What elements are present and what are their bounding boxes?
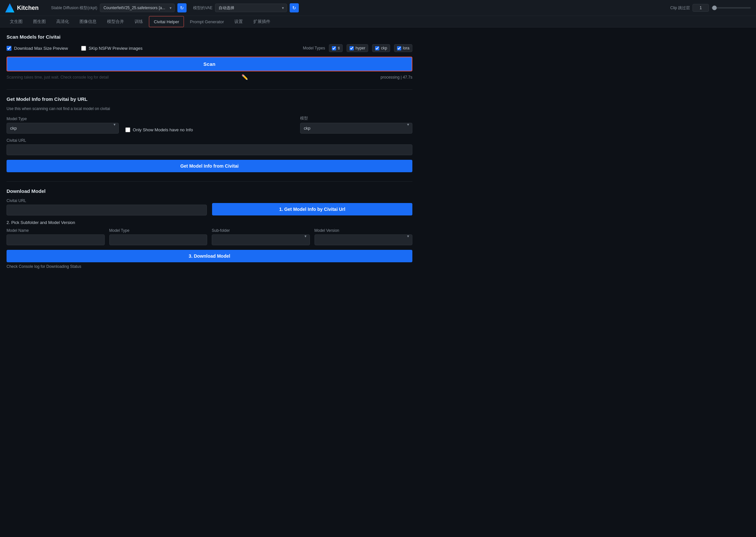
tab-模型合并[interactable]: 模型合并 <box>102 16 129 27</box>
vae-label: 模型的VAE <box>193 5 212 11</box>
skip-nsfw-label[interactable]: SKip NSFW Preview images <box>89 46 143 51</box>
stable-diffusion-refresh-button[interactable]: ↻ <box>177 3 187 13</box>
divider-1 <box>7 89 412 90</box>
get-model-info-button[interactable]: Get Model Info from Civitai <box>7 160 412 172</box>
model-version-select[interactable] <box>315 234 413 245</box>
scan-options: Download Max Size Preview SKip NSFW Prev… <box>7 44 412 52</box>
subfolder-select[interactable] <box>212 234 310 245</box>
download-model-section: Download Model Civitai URL 1. Get Model … <box>7 188 412 269</box>
tab-高清化[interactable]: 高清化 <box>52 16 74 27</box>
tab-扩展插件[interactable]: 扩展插件 <box>249 16 275 27</box>
download-max-group: Download Max Size Preview <box>7 46 68 51</box>
download-url-input[interactable] <box>7 205 207 216</box>
scan-edit-icon: ✏️ <box>242 74 248 80</box>
clip-slider[interactable] <box>711 7 751 9</box>
scan-models-section: Scan Models for Civitai Download Max Siz… <box>7 34 412 80</box>
model-label: 模型 <box>300 116 412 121</box>
only-show-group: Only Show Models have no Info <box>125 127 293 134</box>
subfolder-select-wrapper: ▼ <box>212 234 310 245</box>
type-lora: lora <box>394 44 412 52</box>
type-lora-label[interactable]: lora <box>403 46 409 50</box>
clip-value: 1 <box>693 4 709 12</box>
type-hyper-label[interactable]: hyper <box>356 46 365 50</box>
download-model-type-label: Model Type <box>109 228 208 233</box>
download-url-label: Civitai URL <box>7 198 207 203</box>
download-model-button[interactable]: 3. Download Model <box>7 250 412 262</box>
model-name-input[interactable] <box>7 234 105 245</box>
topbar: Kitchen Stable Diffusion 模型(ckpt) Counte… <box>0 0 756 16</box>
vae-select-wrapper: 自动选择 ▼ <box>215 4 287 12</box>
model-select[interactable]: ckp lora ti hyper <box>300 123 412 134</box>
clip-slider-thumb[interactable] <box>712 6 717 10</box>
type-ti-label[interactable]: ti <box>338 46 340 50</box>
skip-nsfw-group: SKip NSFW Preview images <box>81 46 143 51</box>
main-content: Scan Models for Civitai Download Max Siz… <box>0 27 419 285</box>
download-section-title: Download Model <box>7 188 412 194</box>
download-row1: Civitai URL 1. Get Model Info by Civitai… <box>7 198 412 216</box>
scan-status: Scanning takes time, just wait. Check co… <box>7 74 412 80</box>
type-ckp-checkbox[interactable] <box>375 46 379 50</box>
subfolder-label: Sub-folder <box>212 228 310 233</box>
download-max-label[interactable]: Download Max Size Preview <box>14 46 68 51</box>
download-model-type-field: Model Type <box>109 228 208 245</box>
type-hyper-checkbox[interactable] <box>350 46 354 50</box>
tab-训练[interactable]: 训练 <box>130 16 148 27</box>
vae-select[interactable]: 自动选择 <box>215 4 287 12</box>
scan-hint: Scanning takes time, just wait. Check co… <box>7 75 109 80</box>
only-show-checkbox[interactable] <box>125 127 130 132</box>
vae-refresh-button[interactable]: ↻ <box>290 3 299 13</box>
model-details-row: Model Name Model Type Sub-folder ▼ Model… <box>7 228 412 245</box>
model-version-select-wrapper: ▼ <box>315 234 413 245</box>
nav-tabs: 文生图 图生图 高清化 图像信息 模型合并 训练 Civitai Helper … <box>0 16 756 27</box>
pick-label: 2. Pick Subfolder and Model Version <box>7 220 412 225</box>
type-lora-checkbox[interactable] <box>397 46 401 50</box>
model-types-group: Model Types ti hyper ckp lora <box>303 44 412 52</box>
get-info-btn-wrapper: 1. Get Model Info by Civitai Url <box>212 203 412 216</box>
logo-text: Kitchen <box>17 5 39 12</box>
model-type-field: Model Type ckp lora ti hyper ▼ <box>7 117 119 134</box>
model-type-select[interactable]: ckp lora ti hyper <box>7 123 119 134</box>
get-model-desc: Use this when scanning can not find a lo… <box>7 106 412 111</box>
model-select-wrapper: ckp lora ti hyper ▼ <box>300 123 412 134</box>
get-model-info-section: Get Model Info from Civitai by URL Use t… <box>7 96 412 172</box>
only-show-label[interactable]: Only Show Models have no Info <box>133 127 193 132</box>
model-type-label: Model Type <box>7 117 119 121</box>
logo-icon <box>5 3 15 13</box>
clip-section: Clip 跳过层 1 <box>670 4 751 12</box>
get-model-info-by-url-button[interactable]: 1. Get Model Info by Civitai Url <box>212 203 412 216</box>
get-model-title: Get Model Info from Civitai by URL <box>7 96 412 102</box>
only-show-checkbox-group: Only Show Models have no Info <box>125 127 193 132</box>
divider-2 <box>7 182 412 182</box>
civitai-url-label: Civitai URL <box>7 138 412 143</box>
model-version-field: Model Version ▼ <box>315 228 413 245</box>
model-version-label: Model Version <box>315 228 413 233</box>
scan-processing: processing | 47.7s <box>381 75 412 80</box>
type-ckp-label[interactable]: ckp <box>381 46 387 50</box>
skip-nsfw-checkbox[interactable] <box>81 46 86 51</box>
model-type-select-wrapper: ckp lora ti hyper ▼ <box>7 123 119 134</box>
subfolder-field: Sub-folder ▼ <box>212 228 310 245</box>
check-console-label: Check Console log for Downloading Status <box>7 264 412 269</box>
tab-prompt-generator[interactable]: Prompt Generator <box>185 16 228 27</box>
civitai-url-field: Civitai URL <box>7 138 412 155</box>
type-hyper: hyper <box>347 44 368 52</box>
stable-diffusion-select[interactable]: CounterfeitV25_25.safetensors [a... <box>100 4 175 12</box>
scan-button[interactable]: Scan <box>7 57 412 71</box>
type-ti-checkbox[interactable] <box>332 46 336 50</box>
tab-图像信息[interactable]: 图像信息 <box>75 16 101 27</box>
download-model-type-input[interactable] <box>109 234 208 245</box>
download-url-field: Civitai URL <box>7 198 207 216</box>
model-field: 模型 ckp lora ti hyper ▼ <box>300 116 412 134</box>
tab-civitai-helper[interactable]: Civitai Helper <box>149 16 184 27</box>
logo: Kitchen <box>5 3 45 13</box>
civitai-url-input[interactable] <box>7 145 412 155</box>
tab-文生图[interactable]: 文生图 <box>5 16 27 27</box>
clip-label: Clip 跳过层 <box>670 5 690 11</box>
stable-diffusion-label: Stable Diffusion 模型(ckpt) <box>51 5 97 11</box>
stable-diffusion-group: Stable Diffusion 模型(ckpt) CounterfeitV25… <box>51 3 187 13</box>
download-max-checkbox[interactable] <box>7 46 12 51</box>
type-ti: ti <box>329 44 343 52</box>
tab-设置[interactable]: 设置 <box>230 16 247 27</box>
scan-section-title: Scan Models for Civitai <box>7 34 412 40</box>
tab-图生图[interactable]: 图生图 <box>28 16 51 27</box>
